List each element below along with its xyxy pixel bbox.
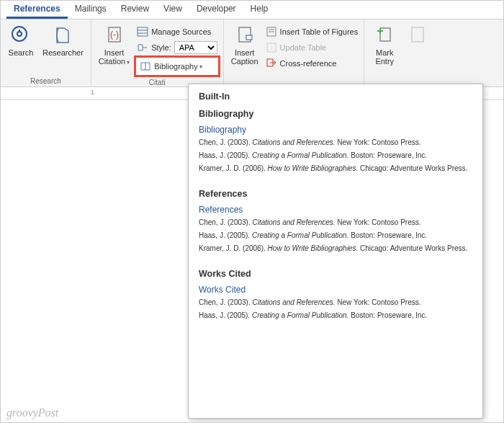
dropdown-item-title: Works Cited (199, 285, 472, 295)
bibliography-entry: Haas, J. (2005). Creating a Formal Publi… (199, 151, 472, 160)
style-row: Style: APA (134, 40, 220, 55)
tab-references[interactable]: References (6, 1, 68, 19)
dropdown-item-title: Bibliography (199, 125, 472, 135)
researcher-icon (51, 24, 74, 47)
svg-text:(-): (-) (110, 30, 119, 40)
insert-caption-icon (233, 24, 256, 47)
dropdown-builtin-label: Built-In (199, 92, 472, 102)
bibliography-entry: Chen, J. (2003). Citations and Reference… (199, 298, 472, 307)
tab-developer[interactable]: Developer (189, 1, 243, 19)
bibliography-dropdown: Built-In BibliographyBibliographyChen, J… (188, 84, 483, 419)
cross-reference-label: Cross-reference (280, 59, 337, 68)
dropdown-item-title: References (199, 205, 472, 215)
chevron-down-icon: ▾ (127, 59, 130, 66)
search-icon (9, 24, 32, 47)
tab-help[interactable]: Help (243, 1, 276, 19)
bibliography-entry: Chen, J. (2003). Citations and Reference… (199, 138, 472, 147)
update-table-button: ! Update Table (263, 40, 361, 55)
insert-caption-label1: Insert (235, 48, 255, 57)
cross-reference-icon (266, 58, 277, 69)
group-citations: (-) Insert Citation▾ Manage Sources Styl… (91, 19, 224, 86)
researcher-label: Researcher (42, 48, 84, 57)
bibliography-entry: Haas, J. (2005). Creating a Formal Publi… (199, 231, 472, 240)
group-research-label: Research (4, 76, 88, 86)
svg-point-0 (12, 27, 27, 41)
bibliography-highlight: Bibliography ▾ (134, 55, 220, 77)
dropdown-section-title: Works Cited (199, 269, 472, 279)
dropdown-section[interactable]: ReferencesReferencesChen, J. (2003). Cit… (199, 189, 472, 253)
style-label: Style: (151, 43, 171, 52)
ribbon: Search Researcher Research (-) Insert Ci… (1, 19, 503, 87)
tab-review[interactable]: Review (114, 1, 156, 19)
researcher-button[interactable]: Researcher (38, 22, 88, 73)
bibliography-entry: Kramer, J. D. (2006). How to Write Bibli… (199, 164, 472, 173)
bibliography-icon (140, 61, 151, 72)
svg-text:!: ! (270, 45, 271, 51)
group-index: Mark Entry (364, 19, 436, 86)
group-captions: Insert Caption Insert Table of Figures !… (224, 19, 365, 86)
manage-sources-button[interactable]: Manage Sources (134, 24, 220, 40)
bibliography-entry: Haas, J. (2005). Creating a Formal Publi… (199, 311, 472, 320)
insert-index-icon (406, 24, 429, 47)
manage-sources-label: Manage Sources (151, 27, 211, 36)
tab-mailings[interactable]: Mailings (68, 1, 114, 19)
mark-entry-icon (373, 24, 396, 47)
manage-sources-icon (137, 26, 148, 37)
bibliography-entry: Kramer, J. D. (2006). How to Write Bibli… (199, 244, 472, 253)
svg-rect-5 (138, 27, 148, 36)
bibliography-label: Bibliography (154, 62, 198, 71)
search-button[interactable]: Search (4, 22, 38, 73)
insert-caption-button[interactable]: Insert Caption (227, 22, 263, 73)
style-select[interactable]: APA (174, 41, 217, 54)
chevron-down-icon: ▾ (199, 63, 202, 70)
mark-entry-label1: Mark (376, 48, 393, 57)
tof-icon (266, 26, 277, 37)
svg-rect-16 (380, 28, 390, 41)
tab-view[interactable]: View (156, 1, 189, 19)
mark-entry-button[interactable]: Mark Entry (367, 22, 402, 73)
watermark: groovyPost (6, 406, 58, 419)
ribbon-tabs: References Mailings Review View Develope… (1, 1, 503, 19)
search-label: Search (9, 48, 34, 57)
insert-citation-label1: Insert (104, 48, 125, 57)
dropdown-section-title: References (199, 189, 472, 199)
dropdown-section[interactable]: BibliographyBibliographyChen, J. (2003).… (199, 109, 472, 173)
cross-reference-button[interactable]: Cross-reference (263, 55, 361, 71)
update-table-icon: ! (266, 42, 277, 53)
dropdown-section[interactable]: Works CitedWorks CitedChen, J. (2003). C… (199, 269, 472, 320)
dropdown-section-title: Bibliography (199, 109, 472, 119)
style-icon (137, 42, 148, 53)
insert-caption-label2: Caption (231, 57, 258, 66)
bibliography-entry: Chen, J. (2003). Citations and Reference… (199, 218, 472, 227)
insert-citation-icon: (-) (103, 24, 126, 47)
insert-citation-button[interactable]: (-) Insert Citation▾ (94, 22, 134, 73)
mark-entry-label2: Entry (375, 57, 394, 66)
svg-rect-9 (246, 35, 252, 40)
insert-citation-label2: Citation▾ (99, 57, 130, 67)
svg-point-1 (17, 32, 22, 36)
insert-tof-button[interactable]: Insert Table of Figures (263, 24, 361, 40)
bibliography-button[interactable]: Bibliography ▾ (138, 58, 204, 74)
update-table-label: Update Table (280, 43, 327, 52)
group-research: Search Researcher Research (1, 19, 91, 86)
ruler-mark: 1 (91, 89, 94, 96)
insert-index-button (402, 22, 433, 73)
insert-tof-label: Insert Table of Figures (280, 27, 359, 36)
svg-rect-19 (412, 27, 423, 42)
